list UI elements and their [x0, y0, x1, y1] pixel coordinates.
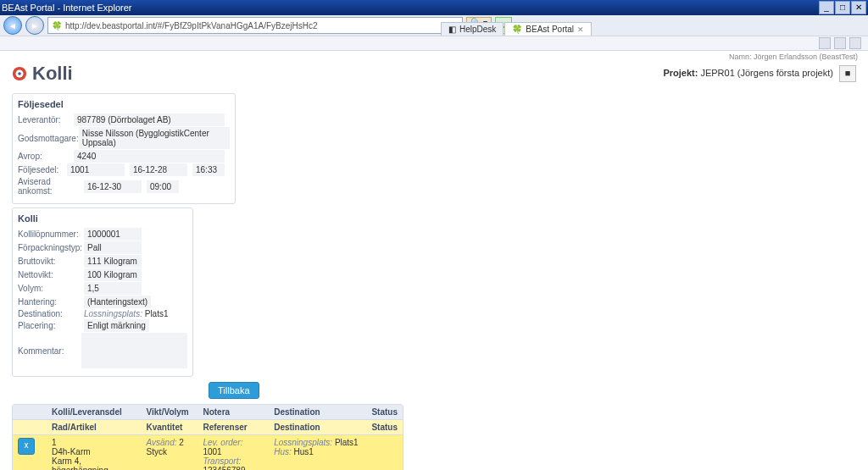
- kollilop-value: 1000001: [84, 228, 142, 241]
- home-icon[interactable]: [819, 37, 831, 49]
- hus-value: Hus1: [294, 447, 314, 456]
- leverantor-label: Leverantör:: [18, 115, 74, 124]
- godsmottagare-value: Nisse Nilsson (BygglogistikCenter Uppsal…: [79, 127, 230, 149]
- forward-nav-button[interactable]: ►: [25, 16, 44, 35]
- tab-label: BEAst Portal: [526, 25, 574, 34]
- placering-value: Enligt märkning: [84, 319, 149, 332]
- tillbaka-button[interactable]: Tillbaka: [209, 382, 259, 399]
- kolli-title: Kolli: [18, 212, 187, 227]
- table-row: x 1 D4h-Karm Karm 4, högerhängning. Avsä…: [13, 435, 403, 471]
- project-value: JEPR01 (Jörgens första projekt): [700, 68, 833, 78]
- volym-label: Volym:: [18, 284, 84, 293]
- row-artikel: D4h-Karm: [52, 447, 136, 456]
- th-destination2: Destination: [269, 420, 366, 435]
- avsand-label: Avsänd:: [147, 438, 177, 447]
- brutto-value: 111 Kilogram: [84, 255, 142, 268]
- foljesedel-card: Följesedel Leverantör:987789 (Dörrbolage…: [12, 93, 236, 204]
- forpack-label: Förpackningstyp:: [18, 243, 84, 252]
- hus-label: Hus:: [274, 447, 292, 456]
- th-kvantitet: Kvantitet: [142, 420, 198, 435]
- avrop-value: 4240: [74, 150, 225, 163]
- close-button[interactable]: ✕: [851, 1, 866, 14]
- brutto-label: Bruttovikt:: [18, 257, 84, 266]
- th-rad: Rad/Artikel: [47, 420, 142, 435]
- url-text: http://dev.beastportal.int/#/FyBfZ9pItPk…: [65, 21, 318, 30]
- command-bar: [0, 36, 868, 51]
- th-blank: [13, 420, 47, 435]
- aviserad-label: Aviserad ankomst:: [18, 177, 84, 196]
- table-header-row-1: Kolli/Leveransdel Vikt/Volym Notera Dest…: [13, 405, 403, 420]
- tab-beast-portal[interactable]: 🍀 BEAst Portal ✕: [504, 22, 592, 36]
- tab-close-icon[interactable]: ✕: [577, 25, 584, 34]
- items-table-wrap: Kolli/Leveransdel Vikt/Volym Notera Dest…: [12, 404, 403, 470]
- project-indicator: Projekt: JEPR01 (Jörgens första projekt)…: [663, 65, 856, 82]
- svg-point-2: [18, 72, 21, 75]
- transport-value: 123456789: [203, 466, 245, 470]
- lossning-label: Lossningsplats:: [274, 438, 332, 447]
- tab-label: HelpDesk: [459, 25, 496, 34]
- row-id: 1: [52, 438, 136, 447]
- foljesedel-title: Följesedel: [18, 97, 230, 113]
- window-title: BEAst Portal - Internet Explorer: [2, 3, 131, 13]
- th-status: Status: [366, 405, 403, 420]
- minimize-button[interactable]: _: [819, 1, 834, 14]
- row-collapse-button[interactable]: x: [18, 438, 35, 455]
- project-label: Projekt:: [663, 68, 698, 78]
- destination-value: Plats1: [145, 309, 169, 318]
- netto-value: 100 Kilogram: [84, 268, 142, 281]
- table-header-row-2: Rad/Artikel Kvantitet Referenser Destina…: [13, 420, 403, 435]
- godsmottagare-label: Godsmottagare:: [18, 134, 79, 143]
- th-vikt: Vikt/Volym: [142, 405, 198, 420]
- address-bar[interactable]: 🍀 http://dev.beastportal.int/#/FyBfZ9pIt…: [47, 17, 463, 34]
- foljesedel-label: Följesedel:: [18, 165, 67, 174]
- destination-label: Destination:: [18, 309, 84, 318]
- netto-label: Nettovikt:: [18, 270, 84, 279]
- levorder-value: 1001: [203, 447, 221, 456]
- tools-icon[interactable]: [849, 37, 861, 49]
- page-header: Kolli Projekt: JEPR01 (Jörgens första pr…: [0, 61, 868, 90]
- user-info: Namn: Jörgen Erlandsson (BeastTest): [0, 51, 868, 61]
- foljesedel-date: 16-12-28: [130, 163, 187, 176]
- avsand-value: 2: [179, 438, 184, 447]
- th-kolli: Kolli/Leveransdel: [47, 405, 142, 420]
- kolli-card: Kolli Kollilöpnummer:1000001 Förpackning…: [12, 207, 193, 377]
- foljesedel-time: 16:33: [192, 163, 225, 176]
- transport-label: Transport:: [203, 456, 241, 466]
- th-status2: Status: [366, 420, 403, 435]
- aviserad-time: 09:00: [147, 180, 179, 193]
- unit: Styck: [147, 447, 193, 456]
- th-blank: [13, 405, 47, 420]
- hantering-label: Hantering:: [18, 297, 84, 307]
- items-table: Kolli/Leveransdel Vikt/Volym Notera Dest…: [13, 405, 403, 470]
- th-referenser: Referenser: [198, 420, 269, 435]
- back-nav-button[interactable]: ◄: [3, 16, 22, 35]
- page-title: Kolli: [32, 63, 73, 85]
- placering-label: Placering:: [18, 321, 84, 330]
- project-button[interactable]: ■: [839, 65, 856, 82]
- status-cell: [366, 435, 403, 471]
- tab-icon: 🍀: [512, 25, 522, 34]
- app-icon: [12, 66, 27, 81]
- lossning-value: Plats1: [335, 438, 359, 447]
- kollilop-label: Kollilöpnummer:: [18, 229, 84, 239]
- hantering-value: (Hanteringstext): [84, 296, 151, 308]
- page-icon: 🍀: [52, 21, 62, 30]
- th-notera: Notera: [198, 405, 269, 420]
- maximize-button[interactable]: □: [835, 1, 850, 14]
- kommentar-box[interactable]: [81, 333, 187, 368]
- volym-value: 1,5: [84, 282, 142, 295]
- th-destination: Destination: [269, 405, 366, 420]
- row-desc: Karm 4, högerhängning.: [52, 456, 136, 470]
- kommentar-label: Kommentar:: [18, 346, 81, 356]
- favorites-icon[interactable]: [834, 37, 846, 49]
- tab-helpdesk[interactable]: ◧ HelpDesk: [441, 22, 504, 36]
- tab-icon: ◧: [448, 25, 456, 34]
- destination-prefix: Lossningsplats:: [84, 309, 142, 318]
- leverantor-value: 987789 (Dörrbolaget AB): [74, 113, 225, 126]
- aviserad-date: 16-12-30: [84, 180, 142, 193]
- window-titlebar: BEAst Portal - Internet Explorer _ □ ✕: [0, 0, 868, 15]
- avrop-label: Avrop:: [18, 152, 74, 161]
- foljesedel-value: 1001: [67, 163, 125, 176]
- levorder-label: Lev. order:: [203, 438, 242, 447]
- forpack-value: Pall: [84, 241, 142, 254]
